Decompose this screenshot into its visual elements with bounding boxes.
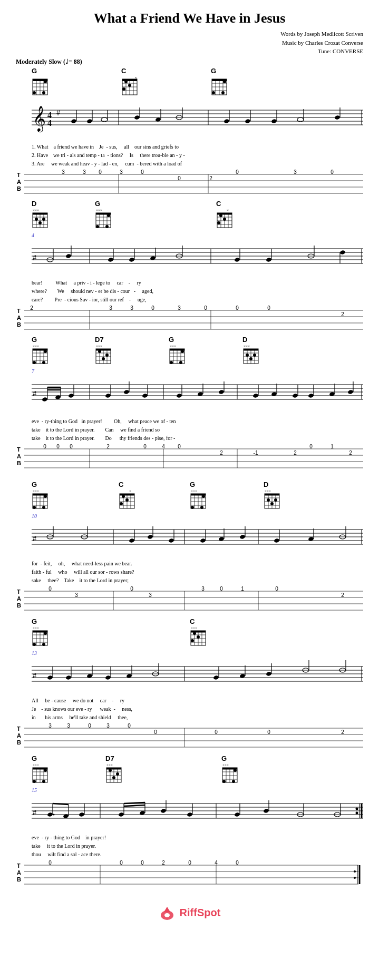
svg-text:#: # (56, 109, 60, 117)
svg-text:𝄞: 𝄞 (33, 106, 46, 133)
lyrics-section-3: eve - ry-thing to God in prayer! Oh, wha… (16, 417, 363, 443)
svg-text:×××: ××× (33, 763, 39, 767)
svg-point-393 (42, 643, 45, 646)
svg-point-403 (193, 632, 196, 635)
svg-point-10 (42, 91, 45, 94)
svg-text:2: 2 (349, 450, 352, 456)
riffspot-logo-text: RiffSpot (180, 907, 221, 919)
chord-diagram-G4: G ××× (32, 336, 51, 367)
svg-point-236 (105, 393, 111, 398)
svg-text:0: 0 (99, 169, 102, 175)
tab-section-3: T A B 0 0 0 2 0 4 0 2 -1 2 0 1 2 (16, 444, 363, 470)
svg-point-521 (263, 808, 269, 813)
chord-diagram-G10: G ××× (221, 754, 240, 786)
staff-section-6: # (16, 793, 363, 832)
svg-point-252 (292, 393, 298, 398)
svg-text:0: 0 (309, 444, 313, 449)
svg-text:0: 0 (151, 305, 154, 311)
svg-point-499 (356, 807, 358, 810)
svg-point-180 (44, 350, 47, 353)
svg-point-430 (266, 671, 271, 676)
lyrics-line-3a: eve - ry-thing to God in prayer! Oh, wha… (32, 417, 363, 426)
svg-text:×××: ××× (191, 626, 197, 630)
svg-text:2: 2 (162, 860, 165, 866)
svg-point-509 (118, 812, 124, 817)
svg-point-316 (191, 506, 194, 509)
svg-text:A: A (17, 595, 21, 602)
svg-text:A: A (17, 179, 21, 185)
svg-point-215 (246, 354, 249, 357)
svg-point-205 (179, 361, 182, 364)
svg-point-357 (274, 538, 279, 543)
svg-text:0: 0 (220, 586, 223, 592)
measure-number-7: 7 (32, 368, 363, 374)
svg-point-318 (200, 506, 203, 509)
svg-text:3: 3 (201, 586, 205, 592)
page: What a Friend We Have in Jesus Words by … (0, 0, 379, 980)
svg-text:0: 0 (215, 729, 218, 735)
svg-point-347 (147, 534, 153, 539)
svg-text:-1: -1 (254, 450, 258, 456)
svg-text:3: 3 (178, 305, 181, 311)
svg-point-306 (120, 502, 123, 505)
svg-text:3: 3 (109, 305, 112, 311)
svg-text:2: 2 (209, 175, 212, 181)
svg-point-146 (266, 257, 271, 262)
section-4: G ××× C × (16, 481, 363, 612)
measure-number-10: 10 (32, 513, 363, 519)
lyrics-line-1a: 1. What a friend we have in Je - sus, al… (32, 143, 363, 151)
svg-text:×××: ××× (244, 345, 250, 348)
svg-point-426 (213, 675, 219, 680)
chord-D-svg: ××× (32, 209, 51, 229)
svg-point-292 (33, 506, 36, 509)
lyrics-section-1: 1. What a friend we have in Je - sus, al… (16, 143, 363, 168)
svg-point-121 (223, 218, 226, 221)
svg-text:A: A (17, 869, 21, 876)
svg-point-487 (234, 769, 237, 772)
lyrics-section-2: bear! What a priv - i - lege to car - ry… (16, 279, 363, 304)
svg-point-294 (42, 506, 45, 509)
svg-point-246 (218, 389, 224, 394)
chord-D7b-svg: ××× (105, 763, 124, 783)
lyrics-line-4c: sake thee? Take it to the Lord in prayer… (32, 576, 363, 585)
svg-text:0: 0 (141, 169, 144, 175)
svg-point-515 (160, 808, 166, 813)
svg-point-203 (170, 361, 173, 364)
svg-text:×: × (129, 489, 131, 493)
chord-G10-svg: ××× (221, 763, 240, 783)
svg-point-48 (86, 119, 92, 123)
svg-point-536 (354, 870, 356, 873)
svg-point-404 (197, 635, 200, 639)
tab-section-6: T A B 0 0 0 2 0 4 0 (16, 860, 363, 889)
svg-point-136 (108, 257, 113, 262)
svg-point-181 (42, 361, 45, 364)
lyrics-line-6c: thou wilt find a sol - ace there. (32, 850, 363, 859)
lyrics-line-4a: for - feit, oh, what need-less pain we b… (32, 560, 363, 568)
measure-number-15: 15 (32, 787, 363, 793)
svg-text:B: B (17, 185, 21, 192)
svg-point-519 (234, 812, 240, 817)
staff-section-1: 𝄞 4 4 # (16, 100, 363, 142)
svg-point-507 (79, 812, 84, 817)
chord-C2-svg: × (216, 209, 235, 229)
svg-point-179 (33, 361, 36, 364)
svg-point-62 (271, 119, 277, 123)
svg-text:2: 2 (341, 729, 344, 735)
chord-diagram-D: D ××× (32, 200, 51, 231)
svg-text:×××: ××× (96, 345, 102, 348)
svg-point-138 (129, 257, 134, 262)
svg-point-8 (33, 91, 36, 94)
svg-point-134 (65, 253, 71, 258)
svg-text:×××: ××× (33, 345, 39, 348)
svg-point-9 (44, 80, 47, 83)
svg-point-486 (222, 780, 226, 783)
chord-G3-svg: ××× (95, 209, 114, 229)
svg-text:×××: ××× (33, 209, 39, 212)
svg-text:A: A (17, 315, 21, 321)
tune-credit: Tune: CONVERSE (16, 47, 363, 56)
chord-diagram-G9: G ××× (32, 754, 51, 786)
riffspot-logo-icon (159, 905, 176, 922)
svg-text:#: # (33, 254, 36, 262)
svg-text:0: 0 (236, 860, 239, 866)
svg-point-488 (232, 780, 235, 783)
